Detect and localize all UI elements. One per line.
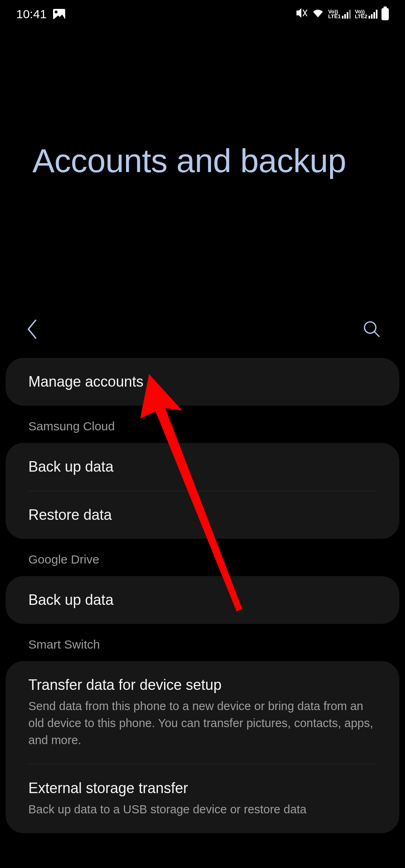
status-time: 10:41	[16, 7, 47, 21]
smart-switch-card: Transfer data for device setup Send data…	[6, 661, 399, 833]
vibrate-silent-icon	[295, 7, 308, 21]
sim2-indicator: Vo)) LTE2	[355, 9, 377, 19]
list-item-subtitle: Back up data to a USB storage device or …	[28, 801, 377, 818]
list-item-subtitle: Send data from this phone to a new devic…	[28, 698, 377, 749]
section-header-google-drive: Google Drive	[6, 539, 399, 576]
manage-accounts-item[interactable]: Manage accounts	[6, 358, 399, 406]
wifi-icon	[312, 7, 324, 21]
list-item-title: Transfer data for device setup	[28, 677, 377, 694]
content-area: Manage accounts Samsung Cloud Back up da…	[0, 352, 405, 833]
page-title: Accounts and backup	[32, 142, 373, 180]
list-item-title: External storage transfer	[28, 780, 377, 797]
toolbar	[0, 308, 405, 352]
search-button[interactable]	[363, 320, 381, 340]
list-item-title: Back up data	[28, 458, 377, 475]
signal-bars-icon	[369, 10, 377, 19]
status-bar: 10:41 Vo)) LTE1 Vo)) LTE2	[0, 0, 405, 28]
external-storage-item[interactable]: External storage transfer Back up data t…	[6, 764, 399, 833]
list-item-title: Back up data	[28, 591, 377, 608]
page-title-area: Accounts and backup	[0, 28, 405, 308]
picture-icon	[53, 9, 65, 19]
list-item-title: Restore data	[28, 506, 377, 523]
samsung-backup-item[interactable]: Back up data	[6, 443, 399, 491]
samsung-cloud-card: Back up data Restore data	[6, 443, 399, 539]
manage-accounts-card: Manage accounts	[6, 358, 399, 406]
svg-line-3	[375, 332, 379, 336]
sim1-indicator: Vo)) LTE1	[328, 9, 351, 19]
status-right: Vo)) LTE1 Vo)) LTE2	[295, 7, 389, 21]
signal-bars-icon	[342, 10, 351, 19]
sim1-label: Vo)) LTE1	[328, 9, 341, 19]
sim2-label: Vo)) LTE2	[355, 9, 367, 19]
section-header-smart-switch: Smart Switch	[6, 624, 399, 661]
svg-point-2	[364, 322, 376, 333]
section-header-samsung-cloud: Samsung Cloud	[6, 406, 399, 443]
battery-icon	[382, 8, 389, 20]
google-drive-card: Back up data	[6, 576, 399, 624]
back-button[interactable]	[24, 319, 40, 341]
status-left: 10:41	[16, 7, 65, 21]
samsung-restore-item[interactable]: Restore data	[6, 491, 399, 539]
google-backup-item[interactable]: Back up data	[6, 576, 399, 624]
list-item-title: Manage accounts	[28, 373, 377, 390]
transfer-data-item[interactable]: Transfer data for device setup Send data…	[6, 661, 399, 764]
